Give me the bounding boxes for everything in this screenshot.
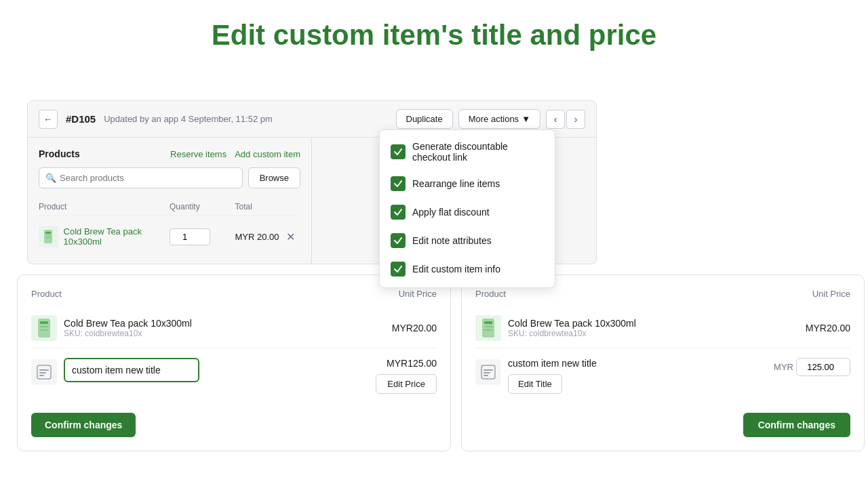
dropdown-item-custom-info[interactable]: Edit custom item info <box>380 255 555 283</box>
col-quantity: Quantity <box>170 202 235 211</box>
left-col-unit-price: Unit Price <box>302 289 437 299</box>
right-product-sku: SKU: coldbrewtea10x <box>508 329 636 338</box>
svg-rect-17 <box>484 326 492 327</box>
right-product-thumb <box>475 315 501 341</box>
left-col-product: Product <box>31 289 302 299</box>
col-total: Total <box>235 202 301 211</box>
bottom-left-panel: Product Unit Price Cold Brew Tea pack 10… <box>17 274 451 451</box>
left-product-name: Cold Brew Tea pack 10x300ml <box>64 318 192 329</box>
right-custom-row: custom item new title Edit Title MYR <box>475 348 850 403</box>
dropdown-menu: Generate discountable checkout link Rear… <box>379 129 555 288</box>
check-icon-rearrange <box>391 176 406 191</box>
order-meta: Updated by an app 4 September, 11:52 pm <box>104 114 387 124</box>
right-custom-icon <box>475 359 501 385</box>
svg-rect-16 <box>484 321 492 324</box>
dropdown-item-rearrange[interactable]: Rearrange line items <box>380 169 555 198</box>
dropdown-item-note[interactable]: Edit note attributes <box>380 226 555 255</box>
svg-rect-22 <box>484 375 488 376</box>
right-custom-title: custom item new title <box>508 358 597 369</box>
bottom-right-panel: Product Unit Price Cold Brew Tea pack 10… <box>461 274 865 451</box>
svg-rect-12 <box>39 372 46 373</box>
svg-rect-9 <box>40 329 48 331</box>
search-icon: 🔍 <box>45 173 56 183</box>
section-links: Reserve items Add custom item <box>170 149 300 159</box>
products-section: Products Reserve items Add custom item 🔍… <box>28 138 312 264</box>
search-row: 🔍 Browse <box>39 167 300 188</box>
right-product-row: Cold Brew Tea pack 10x300ml SKU: coldbre… <box>475 308 850 348</box>
prev-button[interactable]: ‹ <box>546 110 565 129</box>
nav-arrows: ‹ › <box>546 110 585 129</box>
remove-button[interactable]: ✕ <box>286 230 295 243</box>
dropdown-item-generate[interactable]: Generate discountable checkout link <box>380 134 555 169</box>
price-cell: MYR 20.00 ✕ <box>235 230 301 243</box>
left-product-sku: SKU: coldbrewtea10x <box>64 329 192 338</box>
right-product-inner: Cold Brew Tea pack 10x300ml SKU: coldbre… <box>475 315 726 341</box>
check-icon-custom-info <box>391 262 406 277</box>
left-custom-item-icon <box>31 359 57 385</box>
right-custom-inner: custom item new title Edit Title <box>475 358 726 394</box>
right-product-name: Cold Brew Tea pack 10x300ml <box>508 318 636 329</box>
left-product-details: Cold Brew Tea pack 10x300ml SKU: coldbre… <box>64 318 192 338</box>
table-header-row: Product Quantity Total <box>39 198 300 216</box>
check-icon-generate <box>391 144 406 159</box>
confirm-changes-button-right[interactable]: Confirm changes <box>743 413 850 437</box>
edit-price-button[interactable]: Edit Price <box>376 374 437 394</box>
svg-rect-11 <box>39 369 49 371</box>
left-custom-item-inner <box>31 358 302 385</box>
custom-title-input[interactable] <box>64 358 199 382</box>
left-product-thumb <box>31 315 57 341</box>
next-button[interactable]: › <box>566 110 585 129</box>
confirm-changes-button-left[interactable]: Confirm changes <box>31 413 136 437</box>
right-col-unit-price: Unit Price <box>726 289 850 299</box>
browse-button[interactable]: Browse <box>248 167 300 188</box>
svg-rect-8 <box>40 326 48 327</box>
order-id: #D105 <box>66 113 96 125</box>
svg-rect-2 <box>45 232 51 234</box>
left-custom-price-area: MYR125.00 Edit Price <box>302 358 437 394</box>
add-custom-item-link[interactable]: Add custom item <box>235 149 300 159</box>
page-heading: Edit custom item's title and price <box>0 0 868 66</box>
check-icon-flat-discount <box>391 205 406 220</box>
right-custom-details: custom item new title Edit Title <box>508 358 597 394</box>
header-actions: Duplicate More actions ▼ ‹ › <box>396 109 586 129</box>
right-col-product: Product <box>475 289 726 299</box>
price-input-wrap: MYR <box>774 358 850 376</box>
product-row-inner: Cold Brew Tea pack 10x300ml <box>39 226 170 247</box>
section-header: Products Reserve items Add custom item <box>39 148 300 159</box>
search-input-wrap: 🔍 <box>39 167 243 188</box>
edit-title-button[interactable]: Edit Title <box>508 374 562 394</box>
svg-rect-3 <box>45 235 51 236</box>
svg-rect-7 <box>40 321 48 324</box>
table-row: Cold Brew Tea pack 10x300ml MYR 20.00 ✕ <box>39 220 300 253</box>
left-custom-price: MYR125.00 <box>387 358 437 369</box>
left-custom-item-row: MYR125.00 Edit Price <box>31 348 437 403</box>
duplicate-button[interactable]: Duplicate <box>396 109 453 129</box>
currency-label: MYR <box>774 362 793 372</box>
left-product-row: Cold Brew Tea pack 10x300ml SKU: coldbre… <box>31 308 437 348</box>
more-actions-button[interactable]: More actions ▼ <box>458 109 540 129</box>
left-panel-table-header: Product Unit Price <box>31 289 437 299</box>
product-name-link[interactable]: Cold Brew Tea pack 10x300ml <box>64 226 170 247</box>
back-button[interactable]: ← <box>39 110 58 129</box>
order-panel: ← #D105 Updated by an app 4 September, 1… <box>27 100 597 264</box>
svg-rect-20 <box>484 369 493 371</box>
price-input[interactable] <box>796 358 850 376</box>
search-input[interactable] <box>39 167 243 188</box>
svg-rect-18 <box>484 329 492 331</box>
left-product-inner: Cold Brew Tea pack 10x300ml SKU: coldbre… <box>31 315 302 341</box>
svg-rect-13 <box>39 375 44 376</box>
product-thumb <box>39 226 58 247</box>
right-price-area: MYR <box>726 358 850 376</box>
products-section-title: Products <box>39 148 80 159</box>
qty-cell <box>170 228 235 245</box>
qty-input[interactable] <box>170 228 210 245</box>
check-icon-note <box>391 233 406 248</box>
chevron-down-icon: ▼ <box>521 114 530 124</box>
right-panel-table-header: Product Unit Price <box>475 289 850 299</box>
left-product-price: MYR20.00 <box>302 323 437 333</box>
dropdown-item-flat-discount[interactable]: Apply flat discount <box>380 198 555 226</box>
svg-rect-21 <box>484 372 490 373</box>
reserve-items-link[interactable]: Reserve items <box>170 149 226 159</box>
right-product-details: Cold Brew Tea pack 10x300ml SKU: coldbre… <box>508 318 636 338</box>
product-price: MYR 20.00 <box>235 232 279 242</box>
